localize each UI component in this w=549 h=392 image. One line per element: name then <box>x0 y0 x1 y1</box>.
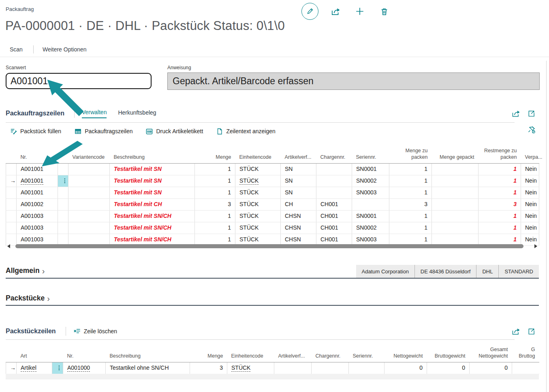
grid-cell[interactable]: 1 <box>195 210 235 222</box>
grid-cell[interactable] <box>432 187 479 198</box>
scrollbar-thumb[interactable] <box>15 244 523 248</box>
grid-cell[interactable]: Artikel <box>17 362 52 374</box>
grid-row[interactable]: A001001Testartikel mit SN1STÜCKSNSN00011… <box>6 163 539 175</box>
grid-cell[interactable]: 3 <box>190 362 227 374</box>
grid-cell[interactable]: 1 <box>195 222 235 234</box>
grid-row[interactable]: →A001001⋮Testartikel mit SN1STÜCKSNSN000… <box>6 175 539 187</box>
breadcrumb[interactable]: Packauftrag <box>6 6 34 12</box>
row-menu-button[interactable] <box>58 210 68 222</box>
grid-cell[interactable]: CHSN <box>281 222 316 234</box>
grid-cell[interactable]: 0 <box>427 362 470 374</box>
grid-cell[interactable]: Testartikel mit SN <box>110 163 195 175</box>
grid-cell[interactable] <box>68 210 110 222</box>
tag-carrier[interactable]: DHL <box>476 265 498 278</box>
grid-cell[interactable]: SN0001 <box>352 210 389 222</box>
grid-cell[interactable]: 3 <box>195 198 235 210</box>
row-menu-button[interactable] <box>58 187 68 198</box>
grid-cell[interactable]: STÜCK <box>235 163 281 175</box>
packages-section-header[interactable]: Packstücke › <box>6 294 50 303</box>
grid-cell[interactable]: SN <box>281 163 316 175</box>
scroll-right-arrow[interactable] <box>534 244 537 248</box>
grid-row[interactable]: A001003Testartikel mit SN/CH1STÜCKCHSNCH… <box>6 210 539 222</box>
grid-cell[interactable]: Nein <box>521 222 539 234</box>
grid-cell[interactable]: 1 <box>479 187 521 198</box>
grid-cell[interactable]: A001003 <box>17 222 58 234</box>
column-header[interactable]: Artikelverf... <box>281 144 316 163</box>
grid-cell[interactable] <box>432 222 479 234</box>
grid-cell[interactable] <box>352 198 389 210</box>
grid-cell[interactable] <box>432 210 479 222</box>
lines-part-title[interactable]: Packauftragszeilen <box>6 110 64 117</box>
column-header[interactable]: Menge gepackt <box>432 144 479 163</box>
menu-item-scan[interactable]: Scan <box>10 46 23 53</box>
grid-cell[interactable]: Nein <box>521 163 539 175</box>
grid-cell[interactable]: 0 <box>385 362 427 374</box>
grid-cell[interactable]: STÜCK <box>235 187 281 198</box>
general-section-header[interactable]: Allgemein › <box>6 266 45 275</box>
column-header[interactable]: Art <box>17 343 52 362</box>
grid-cell[interactable]: 1 <box>389 210 432 222</box>
fill-package-button[interactable]: Packstück füllen <box>10 128 61 135</box>
grid-cell[interactable]: CH001 <box>316 198 352 210</box>
grid-row[interactable]: A001002Testartikel mit CH3STÜCKCHCH00133… <box>6 198 539 210</box>
horizontal-scrollbar[interactable] <box>6 244 539 249</box>
row-menu-button[interactable]: ⋮ <box>58 175 68 187</box>
grid-cell[interactable]: Testartikel mit CH <box>110 198 195 210</box>
grid-cell[interactable]: Testartikel mit SN <box>110 175 195 187</box>
column-header[interactable]: Seriennr. <box>349 343 385 362</box>
grid-cell[interactable]: STÜCK <box>235 210 281 222</box>
row-menu-button[interactable] <box>58 198 68 210</box>
column-header[interactable]: Menge <box>190 343 227 362</box>
grid-cell[interactable]: Nein <box>521 198 539 210</box>
grid-cell[interactable]: Testartikel mit SN/CH <box>110 222 195 234</box>
add-button[interactable] <box>352 4 367 19</box>
grid-row[interactable]: →Artikel⋮A001000Testartikel ohne SN/CH3S… <box>6 362 539 374</box>
grid-cell[interactable]: 1 <box>479 222 521 234</box>
grid-cell[interactable]: STÜCK <box>235 198 281 210</box>
column-header[interactable]: Restmenge zu packen <box>479 144 521 163</box>
column-header[interactable]: Beschreibung <box>106 343 190 362</box>
grid-cell[interactable]: STÜCK <box>227 362 274 374</box>
column-header[interactable]: Nr. <box>17 144 58 163</box>
grid-cell[interactable] <box>274 362 312 374</box>
tag-customer[interactable]: Adatum Corporation <box>356 265 414 278</box>
grid-cell[interactable]: STÜCK <box>235 222 281 234</box>
column-header[interactable]: Variantencode <box>68 144 110 163</box>
grid-cell[interactable]: 1 <box>479 163 521 175</box>
grid-cell[interactable]: Testartikel ohne SN/CH <box>106 362 190 374</box>
grid-cell[interactable]: 3 <box>389 198 432 210</box>
grid-cell[interactable]: 1 <box>389 187 432 198</box>
tab-verwalten[interactable]: Verwalten <box>82 109 107 118</box>
show-line-text-button[interactable]: Zeilentext anzeigen <box>216 128 275 135</box>
grid-cell[interactable] <box>316 163 352 175</box>
column-header[interactable]: Menge zu packen <box>389 144 432 163</box>
column-header[interactable]: Einheitencode <box>227 343 274 362</box>
column-header[interactable]: Verpa... <box>521 144 539 163</box>
grid-cell[interactable]: SN0003 <box>352 187 389 198</box>
grid-cell[interactable]: SN0002 <box>352 175 389 187</box>
grid-cell[interactable] <box>512 362 539 374</box>
column-header[interactable]: Chargennr. <box>316 144 352 163</box>
column-header[interactable]: Nr. <box>63 343 106 362</box>
grid-cell[interactable]: SN0002 <box>352 222 389 234</box>
column-header[interactable]: Nettogewicht <box>385 343 427 362</box>
grid-cell[interactable]: 1 <box>195 163 235 175</box>
grid-cell[interactable]: A001000 <box>63 362 106 374</box>
expand-icon[interactable] <box>528 110 535 117</box>
grid-cell[interactable]: 1 <box>389 222 432 234</box>
grid-row[interactable]: A001001Testartikel mit SN1STÜCKSNSN00031… <box>6 187 539 198</box>
grid-cell[interactable] <box>68 163 110 175</box>
grid-cell[interactable]: Nein <box>521 175 539 187</box>
package-lines-part-title[interactable]: Packstückzeilen <box>6 328 56 335</box>
column-header[interactable]: Einheitencode <box>235 144 281 163</box>
tag-standard[interactable]: STANDARD <box>498 265 539 278</box>
delete-line-button[interactable]: Zeile löschen <box>73 328 117 335</box>
grid-cell[interactable] <box>432 198 479 210</box>
print-item-label-button[interactable]: Druck Artikeletikett <box>145 128 203 135</box>
grid-cell[interactable]: STÜCK <box>235 175 281 187</box>
grid-cell[interactable]: 1 <box>479 210 521 222</box>
grid-row[interactable]: A001003Testartikel mit SN/CH1STÜCKCHSNCH… <box>6 222 539 234</box>
column-header[interactable]: Bruttogewicht <box>427 343 470 362</box>
column-header[interactable]: G Bruttog <box>512 343 539 362</box>
grid-cell[interactable] <box>312 362 349 374</box>
